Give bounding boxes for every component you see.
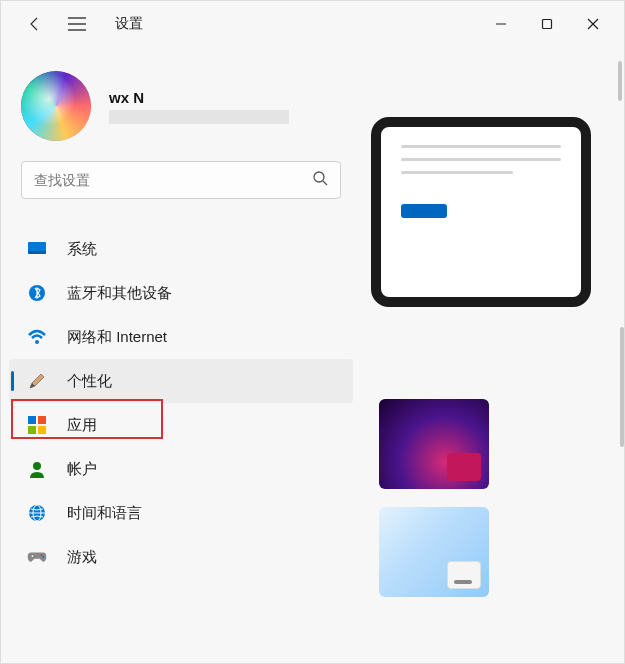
minimize-button[interactable] [478,8,524,40]
svg-point-17 [33,462,41,470]
nav-list: 系统 蓝牙和其他设备 网络和 Internet 个性化 应用 [1,219,361,587]
preview-device-frame [371,117,591,307]
sidebar-item-label: 系统 [67,240,97,259]
apps-icon [27,415,47,435]
svg-rect-16 [38,426,46,434]
brush-icon [27,371,47,391]
sidebar-item-label: 网络和 Internet [67,328,167,347]
svg-point-7 [314,172,324,182]
sidebar-item-label: 个性化 [67,372,112,391]
sidebar-item-accounts[interactable]: 帐户 [9,447,353,491]
person-icon [27,459,47,479]
sidebar-item-label: 时间和语言 [67,504,142,523]
sidebar-item-network[interactable]: 网络和 Internet [9,315,353,359]
theme-thumbnail[interactable] [379,507,489,597]
profile-name: wx N [109,89,289,106]
sidebar-item-gaming[interactable]: 游戏 [9,535,353,579]
globe-icon [27,503,47,523]
svg-line-8 [323,181,327,185]
theme-thumbnail[interactable] [379,399,489,489]
bluetooth-icon [27,283,47,303]
sidebar-item-system[interactable]: 系统 [9,227,353,271]
profile-section[interactable]: wx N [1,47,361,161]
svg-point-21 [32,555,34,557]
maximize-button[interactable] [524,8,570,40]
profile-email-placeholder [109,110,289,124]
search-box[interactable] [21,161,341,199]
scrollbar[interactable] [620,327,624,447]
svg-rect-4 [543,20,552,29]
sidebar-item-bluetooth[interactable]: 蓝牙和其他设备 [9,271,353,315]
sidebar-item-apps[interactable]: 应用 [9,403,353,447]
sidebar-item-label: 蓝牙和其他设备 [67,284,172,303]
hamburger-menu-icon[interactable] [65,12,89,36]
sidebar-item-label: 帐户 [67,460,97,479]
search-input[interactable] [34,172,312,188]
sidebar: wx N 系统 蓝牙和其他设备 网络和 Internet [1,47,361,664]
svg-rect-10 [28,251,46,254]
close-button[interactable] [570,8,616,40]
search-icon [312,170,328,190]
scrollbar[interactable] [618,61,622,101]
wifi-icon [27,327,47,347]
sidebar-item-label: 应用 [67,416,97,435]
sidebar-item-time-language[interactable]: 时间和语言 [9,491,353,535]
content-area [361,47,625,664]
page-title: 设置 [115,15,143,33]
avatar [21,71,91,141]
sidebar-item-personalization[interactable]: 个性化 [9,359,353,403]
svg-point-12 [35,340,39,344]
system-icon [27,239,47,259]
svg-rect-15 [28,426,36,434]
back-button[interactable] [23,12,47,36]
sidebar-item-label: 游戏 [67,548,97,567]
gamepad-icon [27,547,47,567]
svg-rect-13 [28,416,36,424]
svg-point-22 [41,554,43,556]
svg-point-23 [42,556,44,558]
svg-rect-14 [38,416,46,424]
titlebar: 设置 [1,1,624,47]
